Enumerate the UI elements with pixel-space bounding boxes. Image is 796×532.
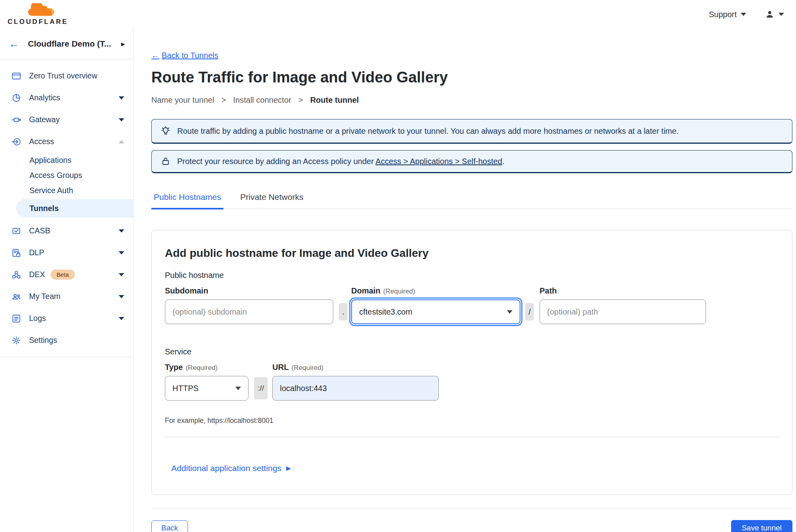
dex-icon <box>11 270 22 280</box>
tab-public-hostnames[interactable]: Public Hostnames <box>151 192 223 209</box>
subdomain-label: Subdomain <box>165 286 208 295</box>
crumb-name-your-tunnel: Name your tunnel <box>151 96 214 105</box>
expand-arrow-icon: ▶ <box>286 465 291 472</box>
service-type-value: HTTPS <box>172 384 199 393</box>
type-label: Type <box>165 363 183 372</box>
sidebar: ← Cloudflare Demo (T... ▶ Zero Trust ove… <box>0 29 133 532</box>
sidebar-item-casb[interactable]: CASB <box>0 220 133 242</box>
logs-icon <box>11 313 22 324</box>
service-url-input[interactable] <box>272 376 439 401</box>
domain-label: Domain <box>351 286 380 295</box>
sidebar-item-dex[interactable]: DEX Beta <box>0 264 133 286</box>
cloudflare-cloud-icon <box>26 3 57 18</box>
chevron-down-icon <box>119 317 124 320</box>
tab-private-networks[interactable]: Private Networks <box>238 192 306 209</box>
gateway-icon <box>11 115 22 125</box>
sidebar-item-label: Tunnels <box>29 204 59 213</box>
sidebar-item-access[interactable]: Access <box>0 131 133 153</box>
save-tunnel-button[interactable]: Save tunnel <box>731 520 792 532</box>
casb-icon <box>11 226 22 236</box>
team-icon <box>11 291 22 302</box>
subdomain-input[interactable] <box>165 299 333 324</box>
sidebar-item-label: My Team <box>29 292 119 301</box>
info-banner-protect: Protect your resource by adding an Acces… <box>151 150 792 173</box>
required-hint: (Required) <box>383 288 415 295</box>
public-hostname-card: Add public hostname for Image and Video … <box>151 230 792 495</box>
sidebar-item-gateway[interactable]: Gateway <box>0 109 133 131</box>
logo-wordmark: CLOUDFLARE <box>8 18 68 26</box>
sidebar-item-label: Logs <box>29 314 119 323</box>
gear-icon <box>11 335 22 346</box>
chevron-down-icon <box>235 387 241 390</box>
sidebar-item-logs[interactable]: Logs <box>0 307 133 329</box>
sidebar-item-label: Analytics <box>29 93 119 102</box>
sidebar-item-label: CASB <box>29 226 119 235</box>
sidebar-item-service-auth[interactable]: Service Auth <box>0 183 133 198</box>
path-label: Path <box>540 286 557 295</box>
slash-separator: / <box>525 303 534 321</box>
required-hint: (Required) <box>291 364 323 372</box>
banner-text-suffix: . <box>502 157 505 166</box>
user-icon <box>765 9 775 20</box>
back-arrow-icon[interactable]: ← <box>9 39 19 49</box>
sidebar-item-label: Zero Trust overview <box>29 71 124 80</box>
crumb-route-tunnel: Route tunnel <box>310 96 359 105</box>
card-heading: Add public hostname for Image and Video … <box>165 247 778 260</box>
sidebar-item-label: Applications <box>29 156 71 165</box>
scheme-separator: :// <box>254 377 268 399</box>
analytics-icon <box>11 93 22 103</box>
footer-divider <box>151 509 792 509</box>
main-content: ← Back to Tunnels Route Traffic for Imag… <box>133 29 796 532</box>
sidebar-item-tunnels[interactable]: Tunnels <box>16 199 133 217</box>
back-button[interactable]: Back <box>151 520 188 532</box>
sidebar-item-label: Access <box>29 137 119 146</box>
chevron-down-icon <box>119 229 124 233</box>
sidebar-item-analytics[interactable]: Analytics <box>0 87 133 109</box>
sidebar-item-dlp[interactable]: DLP <box>0 242 133 264</box>
beta-badge: Beta <box>51 270 75 280</box>
banner-text: Protect your resource by adding an Acces… <box>177 157 505 166</box>
sidebar-item-access-groups[interactable]: Access Groups <box>0 168 133 183</box>
back-link-label: Back to Tunnels <box>162 51 218 60</box>
support-menu[interactable]: Support <box>709 10 746 19</box>
dot-separator: . <box>339 303 348 321</box>
domain-value: cftestsite3.com <box>359 307 412 317</box>
chevron-up-icon <box>119 140 124 143</box>
sidebar-nav: Zero Trust overview Analytics Gateway <box>0 59 133 357</box>
public-hostname-label: Public hostname <box>165 271 778 280</box>
url-example-hint: For example, https://localhost:8001 <box>165 417 778 425</box>
sidebar-item-label: DEX <box>29 270 45 279</box>
chevron-down-icon <box>119 295 124 298</box>
service-label: Service <box>165 347 778 356</box>
cloudflare-logo: CLOUDFLARE <box>8 3 68 26</box>
sidebar-item-label: DLP <box>29 248 119 257</box>
banner-text-prefix: Protect your resource by adding an Acces… <box>177 157 374 166</box>
account-switcher[interactable]: ← Cloudflare Demo (T... ▶ <box>0 29 133 59</box>
sidebar-item-applications[interactable]: Applications <box>0 153 133 168</box>
info-banner-route: Route traffic by adding a public hostnam… <box>151 119 792 144</box>
crumb-install-connector: Install connector <box>233 96 291 105</box>
sidebar-item-settings[interactable]: Settings <box>0 329 133 351</box>
chevron-down-icon <box>507 310 512 314</box>
chevron-down-icon <box>741 13 746 16</box>
chevron-down-icon <box>119 251 124 254</box>
chevron-right-icon: ▶ <box>121 41 125 47</box>
user-menu[interactable] <box>765 9 784 20</box>
access-applications-link[interactable]: Access > Applications > Self-hosted <box>376 157 502 166</box>
hostname-tabs: Public Hostnames Private Networks <box>151 192 792 209</box>
additional-settings-toggle[interactable]: Additional application settings ▶ <box>171 464 291 473</box>
dlp-icon <box>11 248 22 258</box>
sidebar-item-zero-trust-overview[interactable]: Zero Trust overview <box>0 65 133 87</box>
access-icon <box>11 137 22 147</box>
required-hint: (Required) <box>186 364 217 372</box>
back-to-tunnels-link[interactable]: ← Back to Tunnels <box>151 51 218 60</box>
service-type-select[interactable]: HTTPS <box>165 376 248 401</box>
account-name: Cloudflare Demo (T... <box>28 39 121 49</box>
sidebar-item-label: Service Auth <box>29 186 73 195</box>
back-arrow-icon: ← <box>151 51 159 60</box>
domain-select[interactable]: cftestsite3.com <box>351 299 520 324</box>
path-input[interactable] <box>540 299 706 324</box>
lock-icon <box>160 156 171 166</box>
crumb-separator: > <box>298 96 303 105</box>
sidebar-item-my-team[interactable]: My Team <box>0 286 133 307</box>
